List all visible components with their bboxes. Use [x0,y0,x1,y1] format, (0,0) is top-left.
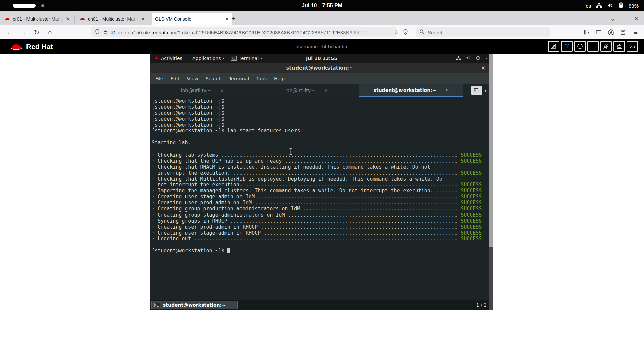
search-bar[interactable] [416,27,550,37]
lock-icon[interactable] [103,29,108,36]
terminal-close-icon[interactable]: × [481,63,485,73]
tab-close-icon[interactable]: ✕ [220,88,224,93]
terminal-line: · Checking that MulticlusterHub is deplo… [152,176,489,182]
shield-check-icon[interactable] [402,29,408,37]
terminal-line: [student@workstation ~]$ lab start featu… [152,128,489,134]
text-input-button[interactable]: T [561,41,573,52]
keyboard-button[interactable] [587,41,599,52]
hamburger-menu-icon[interactable]: ≡ [630,25,641,39]
terminal-line: [student@workstation ~]$ [152,116,489,122]
save-page-icon[interactable] [617,25,629,39]
terminal-menu-edit[interactable]: Edit [167,76,183,81]
browser-tab-gls-vm-console[interactable]: GLS VM Console ✕ [152,13,232,25]
back-icon[interactable]: ← [5,25,15,39]
tab-list-caret-icon[interactable]: ▾ [485,84,486,97]
reload-icon[interactable]: ↻ [32,25,42,39]
terminal-menu-search[interactable]: Search [202,76,225,81]
terminal-menu-terminal[interactable]: Terminal [225,76,253,81]
terminal-taskbar: >_ student@workstation:~ 1 / 2 [150,300,489,310]
screen: Jul 10 7:55 PM es 83% pr01 - Multicluste… [0,0,644,362]
applications-menu[interactable]: Applications ▾ [192,54,225,63]
terminal-icon-glyph: >_ [155,304,159,307]
terminal-appmenu-label: Terminal [239,56,259,61]
gnome-clock[interactable]: Jul 10 13:55 [306,54,337,63]
terminal-titlebar[interactable]: student@workstation:~ × [150,63,489,73]
language-input-button[interactable]: >à [627,41,638,52]
vnc-scrollbar-thumb[interactable] [489,54,493,247]
terminal-tab-lab-utility-1[interactable]: lab@utility:~ ✕ [150,84,255,97]
list-all-tabs-chevron-icon[interactable]: ⌄ [608,14,617,23]
success-status: SUCCESS [461,236,482,242]
terminal-line: · Creating user stage-admin on IdM .....… [152,194,489,200]
terminal-tab-lab-utility-2[interactable]: lab@utility:~ ✕ [255,84,359,97]
terminal-line: [student@workstation ~]$ [152,110,489,116]
terminal-line: [student@workstation ~]$ [152,248,489,254]
tab-close-icon[interactable]: ✕ [445,87,448,93]
network-icon[interactable] [596,2,602,9]
cursor-disabled-button[interactable] [600,41,612,52]
home-icon[interactable]: ⌂ [45,25,55,39]
window-close-icon[interactable]: × [632,14,641,23]
search-icon [419,29,424,36]
terminal-line: interrupt the execution. ...............… [152,170,489,176]
terminal-menu-tabs[interactable]: Tabs [253,76,270,81]
activities-button[interactable]: Activities [154,54,182,63]
console-header: Red Hat username: rht-bchardim T >à [0,39,644,54]
success-status: SUCCESS [461,218,482,224]
sidebar-icon[interactable] [593,25,604,39]
forward-icon[interactable]: → [18,25,28,39]
redhat-logo: Red Hat [10,39,53,54]
terminal-tab-student-workstation[interactable]: student@workstation:~ ✕ [359,84,463,97]
tab-close-icon[interactable]: ✕ [66,16,70,22]
caret-down-icon: ▾ [223,56,225,60]
terminal-line: [student@workstation ~]$ [152,104,489,110]
bookmark-star-icon[interactable]: ☆ [392,27,402,37]
shield-icon[interactable] [95,29,100,36]
system-clock[interactable]: Jul 10 7:55 PM [302,0,342,11]
terminal-line: [student@workstation ~]$ [152,98,489,104]
gnome-top-bar: Activities Applications ▾ >_ Terminal ▾ … [150,54,493,63]
url-bar[interactable]: ⇄ vnc-na150.ole.redhat.com/?token=F29D65… [91,27,396,37]
terminal-menu-file[interactable]: File [152,76,167,81]
system-date: Jul 10 [302,3,317,9]
terminal-line [152,146,489,152]
terminal-menu-help[interactable]: Help [270,76,288,81]
taskbar-active-tab[interactable]: >_ student@workstation:~ [151,301,238,309]
terminal-output[interactable]: [student@workstation ~]$[student@worksta… [150,97,489,300]
browser-tab-pr01[interactable]: pr01 - Multicluster Mana ✕ [1,13,80,25]
browser-tab-ch01[interactable]: ch01 - Multicluster Mana ✕ [76,13,156,25]
terminal-menu-view[interactable]: View [183,76,202,81]
terminal-line: · Creating user prod-admin in RHOCP ....… [152,224,489,230]
terminal-line: · Checking that RHACM is installed. Inst… [152,164,489,170]
tab-close-icon[interactable]: ✕ [141,16,145,22]
keyboard-layout-indicator[interactable]: es [586,3,591,9]
tab-close-icon[interactable]: ✕ [225,16,229,22]
gnome-system-tray[interactable]: ▾ [456,54,487,63]
record-button[interactable] [574,41,586,52]
screen-share-button[interactable] [613,41,625,52]
new-terminal-button[interactable] [471,86,482,95]
terminal-line: [student@workstation ~]$ [152,122,489,128]
tab-divider [74,15,75,23]
clipboard-disabled-button[interactable] [548,41,559,52]
terminal-tab-title: student@workstation:~ [374,87,436,93]
terminal-appmenu[interactable]: >_ Terminal ▾ [231,54,262,63]
new-tab-button[interactable]: + [229,14,238,23]
success-status: SUCCESS [461,224,482,230]
terminal-line [152,242,489,248]
volume-icon[interactable] [607,2,613,9]
success-status: SUCCESS [461,230,482,236]
permissions-icon[interactable]: ⇄ [111,29,115,35]
taskbar-label: student@workstation:~ [163,302,226,308]
redhat-favicon [5,16,10,22]
success-status: SUCCESS [461,206,482,212]
redhat-hat-icon [154,56,159,60]
library-icon[interactable] [581,25,592,39]
redhat-hat-icon [10,42,23,51]
account-icon[interactable] [605,25,616,39]
tab-close-icon[interactable]: ✕ [324,88,328,93]
vnc-scrollbar[interactable] [489,54,493,310]
network-icon [456,55,461,61]
search-input[interactable] [427,29,529,36]
tab-title: pr01 - Multicluster Mana [13,16,63,22]
